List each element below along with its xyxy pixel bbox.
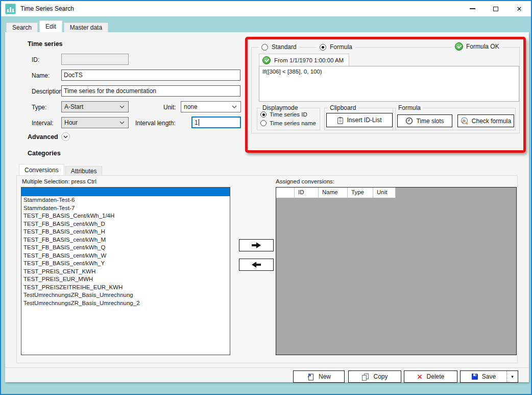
list-item[interactable]: TEST_FB_BASIS_cent/kWh_Q xyxy=(21,244,230,252)
formula-editor[interactable]: If([306] < [385], 0, 100) xyxy=(259,66,519,102)
id-field[interactable] xyxy=(61,54,129,65)
conversions-panel: Multiple Selection: press Ctrl Stammdate… xyxy=(16,175,518,363)
assign-right-button[interactable] xyxy=(239,239,274,251)
tab-master-data[interactable]: Master data xyxy=(64,22,108,32)
minimize-button[interactable] xyxy=(461,1,484,16)
time-series-name-radio[interactable]: Time series name xyxy=(260,120,316,126)
formula-status: Formula OK xyxy=(452,42,502,51)
list-item[interactable]: TEST_FB_BASIS_cent/kWh_M xyxy=(21,236,230,244)
interval-length-label: Interval length: xyxy=(135,120,176,127)
column-header-name: Name xyxy=(319,188,348,198)
new-button[interactable]: New xyxy=(293,370,345,383)
arrow-right-icon xyxy=(251,242,261,249)
column-header-id: ID xyxy=(295,188,319,198)
formula-mode-radio[interactable]: Formula xyxy=(317,43,355,51)
type-label: Type: xyxy=(32,104,46,111)
interval-length-value: 1 xyxy=(195,119,198,126)
interval-dropdown[interactable]: Hour xyxy=(61,117,129,128)
list-item[interactable]: TestUmrechnungsZR_Basis_Umrechnung xyxy=(21,291,230,299)
radio-icon xyxy=(261,44,268,51)
formula-group-label: Formula xyxy=(396,104,423,111)
unassign-left-button[interactable] xyxy=(239,259,274,271)
interval-length-field[interactable]: 1 xyxy=(191,117,241,128)
save-split-button: Save ▾ xyxy=(460,370,518,383)
unit-label: Unit: xyxy=(163,104,176,111)
tab-conversions[interactable]: Conversions xyxy=(19,164,64,175)
formula-status-label: Formula OK xyxy=(466,43,499,50)
column-header-type: Type xyxy=(348,188,373,198)
text-caret xyxy=(199,119,199,126)
list-item[interactable]: TEST_PREISZEITREIHE_EUR_KWH xyxy=(21,284,230,292)
title-bar: Time Series Search ✕ xyxy=(1,1,531,16)
check-formula-button[interactable]: fx Check formula xyxy=(457,114,514,127)
type-value: A-Start xyxy=(64,103,83,110)
chevron-down-icon xyxy=(119,105,125,108)
description-label: Description: xyxy=(32,88,64,95)
save-button[interactable]: Save xyxy=(461,371,506,382)
list-item[interactable]: TEST_PREIS_EUR_MWH xyxy=(21,275,230,284)
edit-tab-content: Time series ID: Name: DocTS Description:… xyxy=(5,32,529,382)
maximize-button[interactable] xyxy=(484,1,507,16)
description-field[interactable]: Time series for the documentation xyxy=(61,85,240,97)
displaymode-groupbox: Displaymode Time series ID Time series n… xyxy=(257,108,320,130)
standard-mode-radio[interactable]: Standard xyxy=(258,43,300,51)
insert-id-list-label: Insert ID-List xyxy=(347,117,381,124)
displaymode-group-label: Displaymode xyxy=(260,104,300,111)
insert-id-list-button[interactable]: Insert ID-List xyxy=(326,113,393,127)
minimize-icon xyxy=(470,8,475,9)
list-item[interactable]: Stammdaten-Test-6 xyxy=(21,196,230,204)
time-slots-button[interactable]: Time slots xyxy=(397,114,452,127)
formula-mode-label: Formula xyxy=(330,43,352,51)
name-label: Name: xyxy=(32,72,50,79)
conversions-listbox[interactable]: Stammdaten-Test-6Stammdaten-Test-7TEST_F… xyxy=(21,187,230,355)
list-item[interactable]: Stammdaten-Test-7 xyxy=(21,204,230,213)
list-item[interactable]: TEST_FB_BASIS_cent/kWh_Y xyxy=(21,260,230,268)
svg-text:fx: fx xyxy=(463,118,466,123)
list-item[interactable]: TEST_FB_BASIS_Cent/kWh_1/4H xyxy=(21,212,230,220)
window-controls: ✕ xyxy=(461,1,531,16)
time-series-name-label: Time series name xyxy=(270,120,316,126)
id-label: ID: xyxy=(32,56,39,63)
check-formula-label: Check formula xyxy=(472,118,511,125)
copy-button[interactable]: Copy xyxy=(348,370,401,383)
list-item[interactable] xyxy=(21,188,230,196)
copy-pages-icon xyxy=(361,373,369,381)
type-dropdown[interactable]: A-Start xyxy=(61,101,129,112)
list-item[interactable]: TEST_FB_BASIS_cent/kWh_D xyxy=(21,220,230,228)
assigned-conversions-table: ID Name Type Unit xyxy=(276,187,517,355)
check-circle-icon xyxy=(455,42,463,51)
clock-icon xyxy=(405,117,413,125)
chevron-down-icon xyxy=(119,121,125,124)
list-item[interactable]: TEST_FB_BASIS_cent/kWh_W xyxy=(21,252,230,260)
list-item[interactable]: TEST_PREIS_CENT_KWH xyxy=(21,268,230,276)
time-series-id-radio[interactable]: Time series ID xyxy=(260,111,307,118)
unit-dropdown[interactable]: none xyxy=(181,101,241,112)
app-bar-chart-icon xyxy=(5,4,16,14)
close-icon: ✕ xyxy=(517,6,522,12)
interval-value: Hour xyxy=(64,119,78,126)
save-dropdown-button[interactable]: ▾ xyxy=(506,371,518,382)
save-button-label: Save xyxy=(482,373,496,380)
advanced-expand-button[interactable] xyxy=(61,132,70,141)
list-item[interactable]: TestUmrechnungsZR_Basis_Umrechnung_2 xyxy=(21,299,230,308)
time-slots-label: Time slots xyxy=(416,118,444,125)
clipboard-group-label: Clipboard xyxy=(328,104,358,111)
categories-tab-strip: Conversions Attributes xyxy=(19,164,102,175)
advanced-heading: Advanced xyxy=(28,133,58,141)
advanced-section: Advanced xyxy=(28,132,70,141)
name-field[interactable]: DocTS xyxy=(61,69,240,81)
unit-value: none xyxy=(184,103,198,110)
delete-button[interactable]: ✕ Delete xyxy=(404,370,457,383)
list-item[interactable]: TEST_FB_BASIS_cent/kWh_H xyxy=(21,228,230,236)
check-circle-icon xyxy=(262,56,271,64)
action-bar: New Copy ✕ Delete xyxy=(5,367,529,383)
validity-period-tab[interactable]: From 1/1/1970 1:00:00 AM xyxy=(259,54,349,66)
tab-search[interactable]: Search xyxy=(6,22,38,32)
app-window: Time Series Search ✕ Search Edit Master … xyxy=(0,0,532,395)
column-header-unit: Unit xyxy=(373,188,396,198)
close-button[interactable]: ✕ xyxy=(507,1,531,16)
tab-attributes[interactable]: Attributes xyxy=(65,166,103,175)
maximize-icon xyxy=(493,7,498,11)
radio-checked-icon xyxy=(320,44,326,51)
tab-edit[interactable]: Edit xyxy=(39,20,62,32)
